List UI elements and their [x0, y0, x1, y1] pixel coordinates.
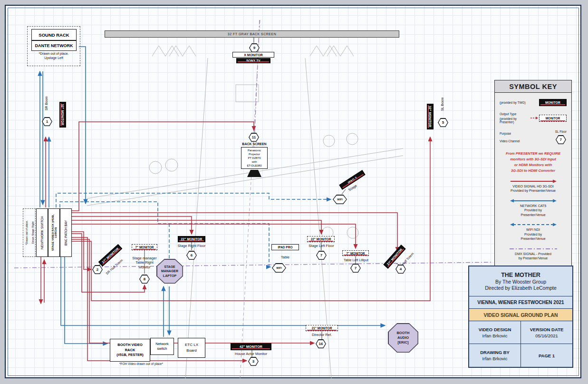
- dante-network-box: DANTE NETWORK: [31, 40, 77, 51]
- center-line: [240, 20, 260, 378]
- key-output-line1: Output Type: [500, 112, 530, 116]
- legend-line: NETWORK CAT5: [495, 204, 571, 208]
- label-line: (#51B, FESTER): [116, 353, 144, 358]
- hex-number: 7: [351, 265, 360, 272]
- monitor-label: 42" MONITOR: [240, 345, 262, 348]
- monitor-label: 22" MONITOR: [311, 237, 331, 241]
- show-title: THE MOTHER: [501, 272, 540, 278]
- bnc-patch-bay: BNC PATCH BAY: [60, 208, 72, 257]
- title-block: THE MOTHER By The Wooster Group Directed…: [468, 266, 573, 368]
- hex-number: 7: [317, 252, 326, 259]
- label-line: LAPTOP: [163, 274, 176, 278]
- label-text: SR Boom: [45, 96, 48, 110]
- hex-number: 9: [250, 44, 259, 52]
- label-text: Table: [281, 255, 289, 259]
- stage-geometry: [87, 46, 403, 378]
- require-line: or HDMI Monitors with: [498, 162, 569, 168]
- stage-right-floor-label: Stage Right Floor: [170, 244, 213, 248]
- require-line: monitors with 3G-SDI Input: [498, 157, 569, 162]
- video-design-cell: VIDEO DESIGN Irfan Brkovic: [469, 321, 521, 344]
- rack-note-line2: Down Stage Right: [29, 209, 36, 256]
- monitor-label: MONITOR: [546, 117, 560, 120]
- show-company: By The Wooster Group: [495, 279, 546, 285]
- legend-line: Presenter/Venue: [495, 213, 571, 217]
- title-block-show: THE MOTHER By The Wooster Group Directed…: [469, 266, 572, 296]
- key-video-channel-label: Video Channel: [500, 139, 520, 143]
- version-date-cell: VERSION DATE 05/16/2021: [521, 321, 572, 344]
- rack-note-outline: *Drawn out of place. Down Stage Right: [23, 208, 36, 257]
- legend-line: Presenter/Venue: [495, 236, 571, 241]
- ipad-pro-box: IPAD PRO: [271, 244, 299, 250]
- projector-line: Projector: [249, 152, 260, 156]
- stage-left-floor-label: Stage Left Floor: [300, 244, 342, 248]
- network-switch-box: Network switch: [150, 338, 174, 355]
- version-date-value: 05/16/2021: [535, 333, 558, 338]
- connector-lines: [97, 38, 399, 357]
- title-block-plan: VIDEO SIGNAL GROUND PLAN: [469, 308, 572, 321]
- sony-tv-box: SONY TV: [236, 58, 270, 63]
- monitor-label: 7" MONITOR: [346, 252, 365, 255]
- house-actor-monitor: 42" MONITOR: [231, 343, 271, 350]
- stage-manager-laptop-text: STAGE MANAGER LAPTOP: [157, 260, 183, 283]
- show-director: Directed by Elizabeth LeCompte: [485, 285, 557, 291]
- title-text: SYMBOL KEY: [509, 83, 557, 90]
- label-line: Stage manager: [125, 256, 164, 260]
- require-line: From PRESENTER we REQUIRE: [498, 151, 569, 157]
- key-twg-note: (provided by TWG): [500, 101, 526, 104]
- back-screen-text: BACK SCREEN: [242, 142, 266, 146]
- monitor-label: 7" MONITOR: [135, 246, 154, 249]
- sr-boom-label: SR Boom: [44, 91, 49, 115]
- director-ref-label: Director Ref.: [308, 333, 336, 337]
- plan-text: VIDEO SIGNAL GROUND PLAN: [483, 312, 558, 318]
- rack-label: BNC PATCH BAY: [64, 210, 67, 256]
- booth-rack-note: *FOH Video drawn out of place*: [106, 362, 177, 366]
- upstage-note-line2: Upstage Left: [28, 56, 79, 60]
- stage-video-rack: STAGE VIDEO RACK (#52B, LURCH): [48, 208, 60, 257]
- hex-number: 2: [93, 266, 102, 274]
- hex-number: 5: [439, 119, 448, 127]
- lilliput-label: Table Left Lilliput: [337, 258, 376, 263]
- sound-rack-box: SOUND RACK: [31, 29, 77, 40]
- x-monitor-label: X MONITOR: [244, 53, 263, 57]
- hex-number: 8: [140, 276, 149, 283]
- x-monitor-box: X MONITOR: [232, 52, 274, 58]
- video-design-label: VIDEO DESIGN: [479, 327, 511, 332]
- monitor-label: 32" MONITOR: [61, 104, 65, 126]
- drawing-by-value: Irfan Brkovic: [482, 356, 508, 361]
- hex-number: WIFI: [334, 196, 347, 204]
- key-output-monitor-symbol: MONITOR: [539, 115, 567, 122]
- title-block-drawing-row: DRAWING BY Irfan Brkovic PAGE 1: [469, 344, 572, 367]
- dante-network-label: DANTE NETWORK: [35, 43, 73, 48]
- back-screen-label: BACK SCREEN: [239, 142, 270, 147]
- sr-boom-monitor: 32" MONITOR: [59, 102, 66, 128]
- sony-tv-label: SONY TV: [246, 59, 260, 62]
- hex-number: 6: [187, 252, 196, 259]
- purple-dash-dot-icon: [506, 246, 561, 251]
- projector-box: Panasonic Projector PT DZ870 with ET-DLE…: [241, 147, 268, 169]
- title-block-design-row: VIDEO DESIGN Irfan Brkovic VERSION DATE …: [469, 321, 572, 344]
- blue-dashed-double-arrow-icon: [506, 222, 561, 227]
- etc-lx-board: ETC LX Board: [178, 338, 205, 358]
- legend-dmx: DMX SIGNAL - Provided by Presenter/Venue: [495, 246, 571, 261]
- symbol-key-title: SYMBOL KEY: [495, 80, 571, 93]
- upstage-note-line1: *Drawn out of place.: [28, 52, 79, 56]
- legend-line: Provided by Prensenter/Venue: [495, 188, 571, 193]
- hex-number: 3: [249, 358, 258, 365]
- label-line: Board: [186, 348, 196, 354]
- title-block-venue: VIENNA, WIENER FESTWOCHEN 2021: [469, 296, 572, 308]
- sm-table-monitor: 7" MONITOR: [132, 244, 157, 250]
- sl-boom-label: SL Boom: [440, 92, 445, 116]
- monitor-label: 21" MONITOR: [312, 326, 332, 330]
- ground-plan-page: SOUND RACK DANTE NETWORK *Drawn out of p…: [0, 0, 588, 384]
- key-output-line2: (provided by Presenter): [500, 117, 530, 124]
- projector-line: ET-DLE080: [247, 164, 261, 167]
- key-presenter-requirement: From PRESENTER we REQUIRE monitors with …: [498, 151, 569, 174]
- page-number: PAGE 1: [539, 353, 555, 358]
- stage-right-floor-monitor: 22" MONITOR: [178, 236, 205, 242]
- hex-number: 11: [250, 134, 259, 141]
- label-text: SL Boom: [441, 98, 444, 111]
- hex-number: 16: [317, 340, 326, 348]
- director-ref-monitor: 21" MONITOR: [306, 325, 338, 331]
- legend-line: Provided by: [495, 232, 571, 236]
- label-line: RACK: [125, 348, 135, 353]
